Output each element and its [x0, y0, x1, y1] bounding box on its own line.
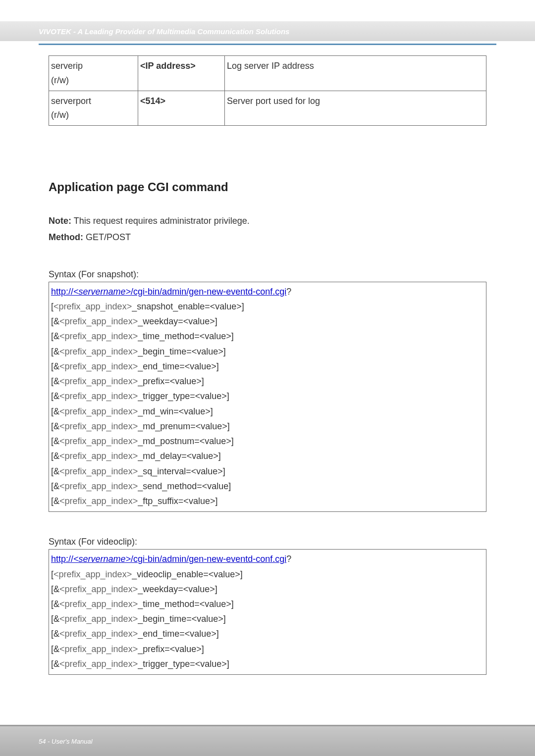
syntax-label: Syntax (For videoclip):: [49, 537, 486, 547]
syntax-param-line: [&<prefix_app_index>_end_time=<value>]: [51, 359, 484, 374]
url-question-mark: ?: [286, 287, 291, 297]
syntax-param-line: [&<prefix_app_index>_ftp_suffix=<value>]: [51, 494, 484, 508]
prefix-app-index-placeholder: <prefix_app_index>: [59, 599, 138, 609]
bracket-prefix: [&: [51, 376, 59, 386]
bracket-prefix: [&: [51, 406, 59, 416]
param-suffix: _end_time=<value>]: [138, 361, 219, 371]
param-suffix: _end_time=<value>]: [138, 629, 219, 639]
table-row: serverip (r/w) <IP address> Log server I…: [49, 56, 486, 91]
method-text: GET/POST: [83, 232, 131, 242]
syntax-param-line: [&<prefix_app_index>_prefix=<value>]: [51, 642, 484, 656]
prefix-app-index-placeholder: <prefix_app_index>: [59, 347, 138, 356]
footer-band: 54 - User's Manual: [0, 726, 535, 756]
header-band: VIVOTEK - A Leading Provider of Multimed…: [0, 21, 535, 41]
bracket-prefix: [&: [51, 391, 59, 401]
prefix-app-index-placeholder: <prefix_app_index>: [59, 316, 138, 326]
syntax-param-line: [<prefix_app_index>_videoclip_enable=<va…: [51, 567, 484, 582]
param-suffix: _snapshot_enable=<value>]: [132, 302, 244, 311]
syntax-param-line: [&<prefix_app_index>_md_postnum=<value>]: [51, 434, 484, 449]
param-suffix: _begin_time=<value>]: [138, 347, 226, 356]
param-suffix: _md_win=<value>]: [138, 406, 213, 416]
param-suffix: _weekday=<value>]: [138, 584, 217, 594]
bracket-prefix: [&: [51, 361, 59, 371]
param-desc: Log server IP address: [227, 61, 314, 71]
note-label: Note:: [49, 216, 71, 226]
syntax-param-line: [&<prefix_app_index>_time_method=<value>…: [51, 597, 484, 611]
section-heading: Application page CGI command: [49, 180, 486, 194]
bracket-prefix: [&: [51, 347, 59, 356]
prefix-app-index-placeholder: <prefix_app_index>: [59, 406, 138, 416]
syntax-param-line: [&<prefix_app_index>_md_prenum=<value>]: [51, 419, 484, 434]
prefix-app-index-placeholder: <prefix_app_index>: [59, 376, 138, 386]
page-content: serverip (r/w) <IP address> Log server I…: [49, 55, 486, 675]
prefix-app-index-placeholder: <prefix_app_index>: [59, 331, 138, 341]
method-line: Method: GET/POST: [49, 230, 486, 245]
footer-page-number: 54 - User's Manual: [39, 738, 93, 745]
bracket-prefix: [&: [51, 481, 59, 491]
param-suffix: _md_prenum=<value>]: [138, 421, 230, 431]
prefix-app-index-placeholder: <prefix_app_index>: [59, 466, 138, 476]
param-suffix: _prefix=<value>]: [138, 644, 204, 654]
syntax-param-line: [&<prefix_app_index>_trigger_type=<value…: [51, 656, 484, 671]
param-suffix: _send_method=<value]: [138, 481, 231, 491]
param-suffix: _trigger_type=<value>]: [138, 391, 229, 401]
param-suffix: _md_postnum=<value>]: [138, 436, 234, 446]
bracket-prefix: [&: [51, 316, 59, 326]
param-suffix: _prefix=<value>]: [138, 376, 204, 386]
header-brand: VIVOTEK - A Leading Provider of Multimed…: [39, 27, 289, 36]
param-value: <IP address>: [140, 61, 196, 71]
syntax-param-line: [&<prefix_app_index>_trigger_type=<value…: [51, 389, 484, 403]
param-suffix: _trigger_type=<value>]: [138, 659, 229, 669]
note-text: This request requires administrator priv…: [71, 216, 250, 226]
syntax-param-line: [&<prefix_app_index>_begin_time=<value>]: [51, 611, 484, 626]
bracket-prefix: [&: [51, 584, 59, 594]
param-suffix: _time_method=<value>]: [138, 331, 234, 341]
syntax-param-line: [&<prefix_app_index>_md_delay=<value>]: [51, 449, 484, 463]
param-suffix: _weekday=<value>]: [138, 316, 217, 326]
prefix-app-index-placeholder: <prefix_app_index>: [59, 644, 138, 654]
syntax-url-line: http://<servername>/cgi-bin/admin/gen-ne…: [51, 552, 484, 566]
param-rw: (r/w): [51, 108, 136, 122]
method-label: Method:: [49, 232, 83, 242]
param-suffix: _ftp_suffix=<value>]: [138, 496, 217, 506]
bracket-prefix: [&: [51, 659, 59, 669]
prefix-app-index-placeholder: <prefix_app_index>: [59, 614, 138, 624]
header-divider: [39, 44, 496, 45]
param-suffix: _time_method=<value>]: [138, 599, 234, 609]
cgi-url-link[interactable]: http://<servername>/cgi-bin/admin/gen-ne…: [51, 554, 286, 564]
param-name: serverip: [51, 61, 83, 71]
syntax-param-line: [&<prefix_app_index>_time_method=<value>…: [51, 329, 484, 344]
syntax-param-line: [<prefix_app_index>_snapshot_enable=<val…: [51, 299, 484, 314]
syntax-param-line: [&<prefix_app_index>_md_win=<value>]: [51, 404, 484, 419]
prefix-app-index-placeholder: <prefix_app_index>: [54, 569, 132, 579]
bracket-prefix: [&: [51, 629, 59, 639]
param-rw: (r/w): [51, 73, 136, 88]
syntax-param-line: [&<prefix_app_index>_begin_time=<value>]: [51, 344, 484, 359]
prefix-app-index-placeholder: <prefix_app_index>: [59, 421, 138, 431]
syntax-param-line: [&<prefix_app_index>_weekday=<value>]: [51, 582, 484, 597]
prefix-app-index-placeholder: <prefix_app_index>: [59, 584, 138, 594]
bracket-prefix: [&: [51, 436, 59, 446]
table-row: serverport (r/w) <514> Server port used …: [49, 91, 486, 126]
note-line: Note: This request requires administrato…: [49, 214, 486, 228]
bracket-prefix: [&: [51, 466, 59, 476]
prefix-app-index-placeholder: <prefix_app_index>: [59, 481, 138, 491]
syntax-param-line: [&<prefix_app_index>_end_time=<value>]: [51, 626, 484, 641]
param-suffix: _begin_time=<value>]: [138, 614, 226, 624]
param-value: <514>: [140, 96, 165, 106]
param-name: serverport: [51, 96, 91, 106]
param-suffix: _videoclip_enable=<value>]: [132, 569, 243, 579]
syntax-param-line: [&<prefix_app_index>_prefix=<value>]: [51, 374, 484, 389]
prefix-app-index-placeholder: <prefix_app_index>: [59, 496, 138, 506]
cgi-url-link[interactable]: http://<servername>/cgi-bin/admin/gen-ne…: [51, 287, 286, 297]
prefix-app-index-placeholder: <prefix_app_index>: [54, 302, 132, 311]
bracket-prefix: [&: [51, 421, 59, 431]
bracket-prefix: [&: [51, 614, 59, 624]
syntax-param-line: [&<prefix_app_index>_send_method=<value]: [51, 479, 484, 494]
bracket-prefix: [&: [51, 496, 59, 506]
bracket-prefix: [&: [51, 599, 59, 609]
syntax-box-videoclip: http://<servername>/cgi-bin/admin/gen-ne…: [49, 549, 486, 675]
prefix-app-index-placeholder: <prefix_app_index>: [59, 436, 138, 446]
prefix-app-index-placeholder: <prefix_app_index>: [59, 361, 138, 371]
syntax-url-line: http://<servername>/cgi-bin/admin/gen-ne…: [51, 284, 484, 299]
